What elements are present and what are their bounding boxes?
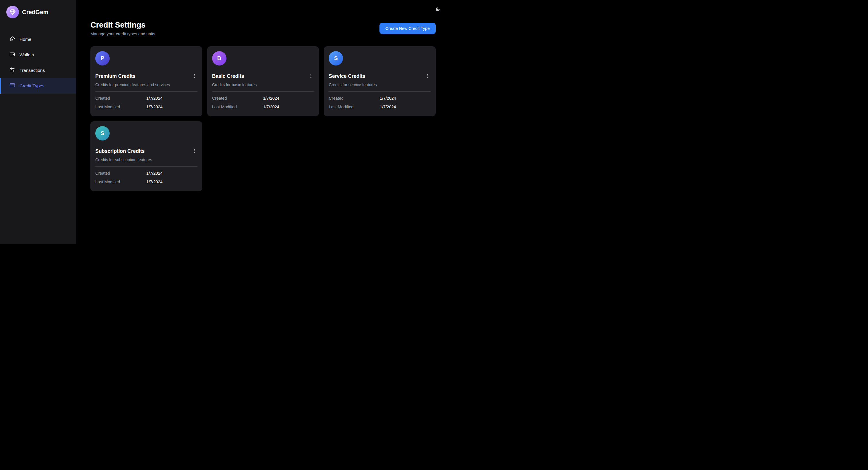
dark-mode-toggle[interactable]	[433, 5, 442, 14]
last-modified-label: Last Modified	[212, 105, 263, 109]
kebab-menu-icon	[308, 73, 313, 79]
avatar-initial: S	[334, 55, 338, 61]
last-modified-row: Last Modified 1/7/2024	[95, 178, 197, 186]
credit-type-avatar: P	[95, 51, 110, 65]
sidebar-item-transactions[interactable]: Transactions	[0, 63, 76, 78]
last-modified-value: 1/7/2024	[146, 180, 197, 184]
last-modified-label: Last Modified	[95, 180, 146, 184]
credit-type-avatar: S	[95, 126, 110, 141]
main-content: Credit Settings Manage your credit types…	[76, 0, 450, 244]
last-modified-value: 1/7/2024	[380, 105, 431, 109]
created-row: Created 1/7/2024	[329, 94, 431, 102]
app-root: CredGem Home Wallets	[0, 0, 450, 244]
topbar	[76, 0, 450, 19]
logo: CredGem	[0, 0, 76, 19]
last-modified-label: Last Modified	[329, 105, 380, 109]
arrow-left-right-icon	[9, 67, 15, 74]
card-menu-button[interactable]	[191, 73, 197, 80]
credit-type-avatar: S	[329, 51, 343, 65]
credit-type-avatar: B	[212, 51, 226, 65]
created-label: Created	[95, 96, 146, 100]
app-title: CredGem	[22, 9, 48, 16]
credit-type-card-service: S Service Credits Credits for service fe…	[324, 46, 436, 116]
sidebar-item-wallets[interactable]: Wallets	[0, 47, 76, 63]
page-title: Credit Settings	[90, 21, 155, 30]
sidebar-item-label: Credit Types	[20, 83, 44, 88]
created-value: 1/7/2024	[146, 96, 197, 100]
sidebar-item-home[interactable]: Home	[0, 32, 76, 47]
card-divider	[329, 91, 431, 92]
page-header: Credit Settings Manage your credit types…	[90, 21, 436, 36]
sidebar-item-credit-types[interactable]: Credit Types	[0, 78, 76, 94]
sidebar-nav: Home Wallets Transactions	[0, 32, 76, 94]
card-menu-button[interactable]	[425, 73, 431, 80]
credit-type-card-subscription: S Subscription Credits Credits for subsc…	[90, 121, 203, 191]
created-label: Created	[212, 96, 263, 100]
last-modified-label: Last Modified	[95, 105, 146, 109]
created-value: 1/7/2024	[146, 171, 197, 176]
avatar-initial: S	[101, 130, 104, 137]
card-title: Basic Credits	[212, 73, 244, 79]
created-value: 1/7/2024	[263, 96, 314, 100]
sidebar-item-label: Home	[20, 37, 31, 42]
card-title: Subscription Credits	[95, 148, 145, 154]
kebab-menu-icon	[192, 73, 197, 79]
create-new-credit-type-button[interactable]: Create New Credit Type	[379, 23, 436, 34]
card-divider	[95, 166, 197, 167]
kebab-menu-icon	[425, 73, 430, 79]
avatar-initial: B	[217, 55, 221, 61]
card-menu-button[interactable]	[191, 148, 197, 155]
credit-type-card-basic: B Basic Credits Credits for basic featur…	[207, 46, 319, 116]
card-divider	[95, 91, 197, 92]
avatar-initial: P	[101, 55, 104, 61]
card-title: Premium Credits	[95, 73, 135, 79]
card-menu-button[interactable]	[308, 73, 314, 80]
created-label: Created	[329, 96, 380, 100]
last-modified-value: 1/7/2024	[146, 105, 197, 109]
created-row: Created 1/7/2024	[95, 94, 197, 102]
card-description: Credits for subscription features	[95, 157, 197, 162]
kebab-menu-icon	[192, 148, 197, 154]
card-description: Credits for basic features	[212, 83, 314, 87]
credit-settings-page: Credit Settings Manage your credit types…	[76, 19, 450, 191]
credit-type-cards-grid: P Premium Credits Credits for premium fe…	[90, 46, 436, 191]
last-modified-row: Last Modified 1/7/2024	[95, 102, 197, 111]
credit-card-icon	[9, 83, 15, 89]
page-subtitle: Manage your credit types and units	[90, 32, 155, 36]
card-description: Credits for service features	[329, 83, 431, 87]
wallet-icon	[9, 52, 15, 58]
created-value: 1/7/2024	[380, 96, 431, 100]
last-modified-row: Last Modified 1/7/2024	[212, 102, 314, 111]
credit-type-card-premium: P Premium Credits Credits for premium fe…	[90, 46, 203, 116]
sidebar-item-label: Wallets	[20, 52, 34, 57]
sidebar: CredGem Home Wallets	[0, 0, 76, 244]
created-row: Created 1/7/2024	[95, 169, 197, 178]
moon-icon	[435, 7, 440, 12]
home-icon	[9, 36, 15, 43]
sidebar-item-label: Transactions	[20, 68, 45, 73]
last-modified-row: Last Modified 1/7/2024	[329, 102, 431, 111]
created-row: Created 1/7/2024	[212, 94, 314, 102]
created-label: Created	[95, 171, 146, 176]
card-divider	[212, 91, 314, 92]
gem-logo-icon	[6, 6, 19, 19]
card-title: Service Credits	[329, 73, 365, 79]
card-description: Credits for premium features and service…	[95, 83, 197, 87]
last-modified-value: 1/7/2024	[263, 105, 314, 109]
